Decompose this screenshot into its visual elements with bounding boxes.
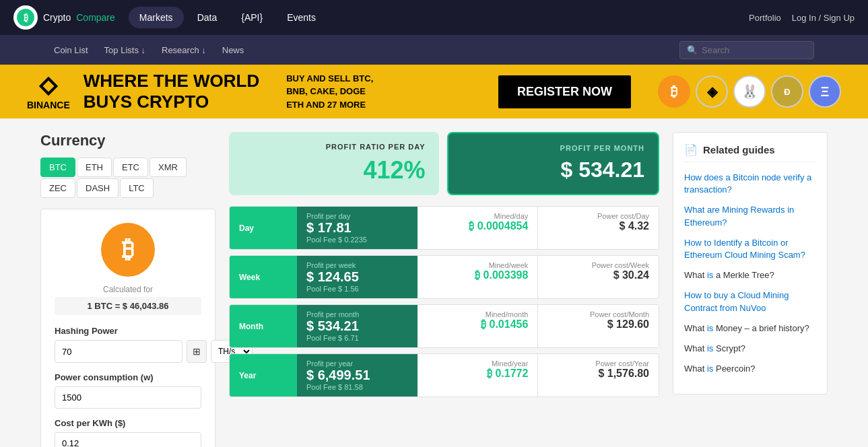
guide-link-5[interactable]: What is Money – a brief history? — [684, 322, 816, 335]
profit-cards: PROFIT RATIO PER DAY 412% PROFIT PER MON… — [229, 132, 659, 195]
coin-doge: Ð — [771, 75, 803, 108]
tab-eth[interactable]: ETH — [77, 158, 112, 177]
tab-zec[interactable]: ZEC — [40, 178, 75, 198]
btc-logo-circle: ₿ — [101, 223, 155, 277]
portfolio-link[interactable]: Portfolio — [749, 13, 781, 23]
guides-header: 📄 Related guides — [684, 143, 816, 162]
guide-link-2[interactable]: How to Identify a Bitcoin or Ethereum Cl… — [684, 237, 816, 261]
nav-events[interactable]: Events — [276, 7, 327, 28]
stat-period-month: Month — [230, 305, 297, 347]
nav-markets[interactable]: Markets — [129, 7, 184, 28]
binance-logo: BINANCE — [27, 73, 70, 110]
main-nav: Markets Data {API} Events — [129, 7, 749, 28]
stat-mined-week: Mined/week ₿ 0.003398 — [418, 256, 538, 298]
tab-btc[interactable]: BTC — [40, 158, 75, 177]
main-content: Currency BTC ETH ETC XMR ZEC DASH LTC ₿ … — [0, 118, 868, 447]
logo-icon: ₿ — [13, 5, 38, 30]
stat-period-year: Year — [230, 354, 297, 397]
coin-eth: Ξ — [809, 75, 841, 108]
binance-icon — [35, 73, 62, 100]
right-panel: 📄 Related guides How does a Bitcoin node… — [673, 132, 828, 447]
guides-icon: 📄 — [684, 143, 698, 156]
stat-main-day: Profit per day $ 17.81 Pool Fee $ 0.2235 — [297, 207, 418, 249]
left-panel: Currency BTC ETH ETC XMR ZEC DASH LTC ₿ … — [40, 132, 215, 447]
stat-mined-month: Mined/month ₿ 0.01456 — [418, 305, 538, 347]
guides-title: Related guides — [703, 144, 775, 156]
stat-power-day: Power cost/Day $ 4.32 — [537, 207, 659, 249]
tab-xmr[interactable]: XMR — [149, 158, 187, 177]
profit-day-value: 412% — [242, 156, 426, 184]
profit-month-value: $ 534.21 — [462, 158, 645, 182]
hashing-power-label: Hashing Power — [55, 326, 201, 336]
tab-ltc[interactable]: LTC — [120, 178, 154, 198]
nav-news[interactable]: News — [222, 42, 244, 58]
profit-day-card: PROFIT RATIO PER DAY 412% — [229, 132, 439, 195]
search-box[interactable]: 🔍 — [679, 41, 814, 59]
banner-headline: WHERE THE WORLD BUYS CRYPTO — [84, 71, 259, 112]
coin-bunny: 🐰 — [733, 75, 766, 108]
btc-logo-area: ₿ — [55, 223, 201, 277]
currency-title: Currency — [40, 132, 215, 149]
stat-main-year: Profit per year $ 6,499.51 Pool Fee $ 81… — [297, 354, 418, 397]
stat-power-week: Power cost/Week $ 30.24 — [537, 256, 659, 298]
guide-link-7[interactable]: What is Peercoin? — [684, 363, 816, 375]
stat-mined-year: Mined/year ₿ 0.1772 — [418, 354, 538, 397]
calculator-box: ₿ Calculated for 1 BTC = $ 46,043.86 Has… — [40, 209, 215, 447]
stat-row-month: Month Profit per month $ 534.21 Pool Fee… — [229, 304, 659, 348]
hashing-power-input[interactable] — [55, 340, 182, 363]
stat-row-week: Week Profit per week $ 124.65 Pool Fee $… — [229, 255, 659, 299]
profit-day-label: PROFIT RATIO PER DAY — [242, 143, 426, 151]
search-icon: 🔍 — [687, 45, 698, 55]
power-consumption-input[interactable] — [55, 386, 201, 409]
calc-label: Calculated for — [55, 285, 201, 294]
center-panel: PROFIT RATIO PER DAY 412% PROFIT PER MON… — [229, 132, 659, 447]
guide-link-4[interactable]: How to buy a Cloud Mining Contract from … — [684, 289, 816, 314]
calc-value: 1 BTC = $ 46,043.86 — [55, 297, 201, 315]
tab-etc[interactable]: ETC — [113, 158, 148, 177]
currency-tabs: BTC ETH ETC XMR ZEC DASH LTC — [40, 158, 215, 198]
power-consumption-label: Power consumption (w) — [55, 372, 201, 382]
login-link[interactable]: Log In / Sign Up — [792, 13, 855, 23]
logo[interactable]: ₿ CryptoCompare — [13, 5, 115, 30]
cost-per-kwh-input[interactable] — [55, 432, 201, 447]
nav-coin-list[interactable]: Coin List — [54, 42, 88, 58]
nav-research[interactable]: Research ↓ — [162, 42, 206, 58]
logo-crypto-text: Crypto — [43, 12, 71, 23]
stat-mined-day: Mined/day ₿ 0.0004854 — [418, 207, 538, 249]
guide-link-6[interactable]: What is Scrypt? — [684, 343, 816, 355]
guide-link-3-plain: What — [684, 270, 707, 280]
search-input[interactable] — [702, 45, 809, 55]
guide-link-3-rest: a Merkle Tree? — [713, 270, 774, 280]
svg-text:₿: ₿ — [24, 12, 28, 23]
nav-api[interactable]: {API} — [230, 7, 273, 28]
guide-link-3[interactable]: What is a Merkle Tree? — [684, 269, 816, 281]
stat-row-day: Day Profit per day $ 17.81 Pool Fee $ 0.… — [229, 206, 659, 250]
stat-power-month: Power cost/Month $ 129.60 — [537, 305, 659, 347]
guide-link-0[interactable]: How does a Bitcoin node verify a transac… — [684, 172, 816, 196]
guides-box: 📄 Related guides How does a Bitcoin node… — [673, 132, 828, 394]
nav-top-lists[interactable]: Top Lists ↓ — [104, 42, 145, 58]
coin-btc: ₿ — [658, 75, 690, 108]
nav-data[interactable]: Data — [187, 7, 228, 28]
tab-dash[interactable]: DASH — [77, 178, 119, 198]
logo-compare-text: Compare — [76, 12, 115, 23]
banner-cta: REGISTER NOW — [498, 75, 631, 108]
banner-subtext: BUY AND SELL BTC,BNB, CAKE, DOGEETH AND … — [286, 72, 373, 112]
banner-coins: ₿ ◈ 🐰 Ð Ξ — [658, 75, 841, 108]
profit-month-card: PROFIT PER MONTH $ 534.21 — [447, 132, 660, 195]
stat-period-day: Day — [230, 207, 297, 249]
stat-power-year: Power cost/Year $ 1,576.80 — [537, 354, 659, 397]
secondary-navigation: Coin List Top Lists ↓ Research ↓ News 🔍 — [0, 35, 868, 65]
stats-table: Day Profit per day $ 17.81 Pool Fee $ 0.… — [229, 206, 659, 397]
guide-link-1[interactable]: What are Mining Rewards in Ethereum? — [684, 204, 816, 228]
banner: BINANCE WHERE THE WORLD BUYS CRYPTO BUY … — [0, 65, 868, 118]
profit-month-label: PROFIT PER MONTH — [462, 144, 645, 152]
register-button[interactable]: REGISTER NOW — [498, 75, 631, 108]
top-navigation: ₿ CryptoCompare Markets Data {API} Event… — [0, 0, 868, 35]
nav-right: Portfolio Log In / Sign Up — [749, 13, 855, 23]
stat-row-year: Year Profit per year $ 6,499.51 Pool Fee… — [229, 353, 659, 397]
cost-per-kwh-label: Cost per KWh ($) — [55, 418, 201, 428]
stat-period-week: Week — [230, 256, 297, 298]
binance-text: BINANCE — [27, 100, 70, 110]
hash-icon: ⊞ — [187, 340, 207, 363]
